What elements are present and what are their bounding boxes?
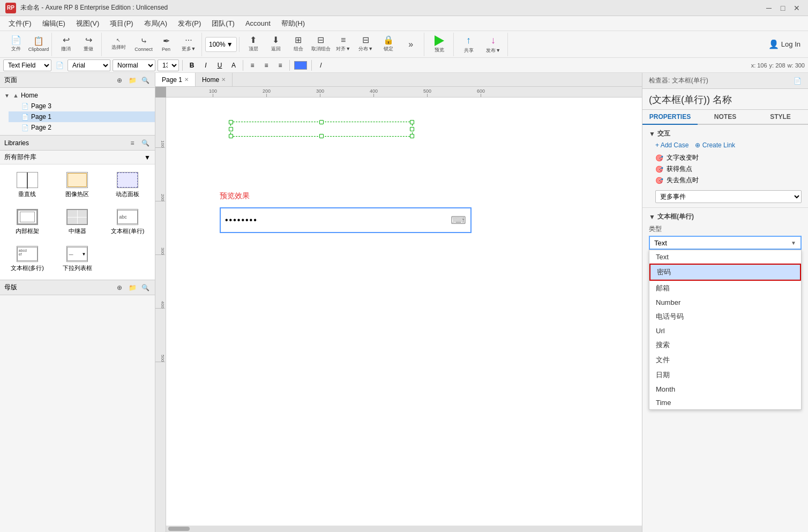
libraries-dropdown[interactable]: 所有部件库 ▼ <box>0 151 155 164</box>
comp-innerframe[interactable]: 内部框架 <box>4 206 50 238</box>
distribute-button[interactable]: ⊟ 分布▼ <box>355 33 377 56</box>
canvas-content[interactable]: 预览效果 •••••••• ⌨ <box>166 98 642 532</box>
dropdown-option-time[interactable]: Time <box>649 396 801 409</box>
tab-notes[interactable]: NOTES <box>698 110 753 124</box>
menu-publish[interactable]: 发布(P) <box>174 17 205 30</box>
pen-button[interactable]: ✒ Pen <box>155 33 177 56</box>
close-tab-page1[interactable]: ✕ <box>184 77 189 83</box>
canvas-tab-home[interactable]: Home ✕ <box>196 73 233 86</box>
font-select[interactable]: Arial <box>68 59 110 71</box>
select-tool-button[interactable]: ↖ 选择时 <box>105 33 132 56</box>
share-button[interactable]: ↑ 共享 <box>457 33 481 56</box>
dropdown-option-phone[interactable]: 电话号码 <box>649 309 801 324</box>
align-right-button[interactable]: ≡ <box>274 59 286 71</box>
canvas-body[interactable]: 100 200 300 400 500 <box>155 87 642 532</box>
comp-dynpanel[interactable]: 动态面板 <box>104 169 151 201</box>
back-button[interactable]: ⬇ 返回 <box>265 33 287 56</box>
menu-project[interactable]: 项目(P) <box>106 17 137 30</box>
handle-tl[interactable] <box>229 120 233 124</box>
clipboard-button[interactable]: 📋 Clipboard <box>28 33 49 56</box>
menu-help[interactable]: 帮助(H) <box>277 17 309 30</box>
comp-vertline[interactable]: 垂直线 <box>4 169 50 201</box>
tree-item-page2[interactable]: 📄 Page 2 <box>9 122 155 133</box>
tab-style[interactable]: STYLE <box>753 110 808 124</box>
tree-item-page3[interactable]: 📄 Page 3 <box>9 101 155 111</box>
top-layer-button[interactable]: ⬆ 顶层 <box>243 33 264 56</box>
comp-hotspot[interactable]: 图像热区 <box>55 169 101 201</box>
handle-bm[interactable] <box>319 134 324 138</box>
type-select-box[interactable]: Text ▼ <box>649 236 802 250</box>
add-page-button[interactable]: ⊕ <box>114 75 125 86</box>
dropdown-option-email[interactable]: 邮箱 <box>649 281 801 296</box>
italic-button[interactable]: I <box>200 59 212 71</box>
close-tab-home[interactable]: ✕ <box>221 77 226 83</box>
dropdown-option-text[interactable]: Text <box>649 250 801 264</box>
menu-file[interactable]: 文件(F) <box>4 17 36 30</box>
undo-button[interactable]: ↩ 撤消 <box>55 33 77 56</box>
ungroup-button[interactable]: ⊟ 取消组合 <box>310 33 332 56</box>
create-link-link[interactable]: ⊕ Create Link <box>695 141 735 149</box>
comp-txtfieldmulti[interactable]: abcdef 文本框(多行) <box>4 243 50 275</box>
comp-relay[interactable]: 中继器 <box>55 206 101 238</box>
login-button[interactable]: 👤 Log In <box>764 37 805 51</box>
handle-mr[interactable] <box>410 127 414 131</box>
handle-bl[interactable] <box>229 134 233 138</box>
menu-layout[interactable]: 布局(A) <box>140 17 171 30</box>
widget-icon-button[interactable]: 📄 <box>54 59 65 71</box>
canvas-widget[interactable] <box>230 122 413 137</box>
menu-account[interactable]: Account <box>241 18 275 29</box>
maximize-button[interactable]: □ <box>777 2 789 14</box>
canvas-scrollbar-h[interactable] <box>166 526 642 532</box>
zoom-select[interactable]: 100% ▼ <box>205 37 237 52</box>
group-button[interactable]: ⊞ 组合 <box>288 33 309 56</box>
tree-item-home[interactable]: ▼ ▲ Home <box>0 90 155 101</box>
size-select[interactable]: 13 <box>158 59 179 71</box>
tab-properties[interactable]: PROPERTIES <box>642 110 698 125</box>
border-style-button[interactable]: / <box>315 59 327 71</box>
libraries-search-button[interactable]: 🔍 <box>140 138 151 148</box>
right-panel-scroll[interactable]: ▼ 交互 + Add Case ⊕ Create Link 🎯 文字改变时 🎯 … <box>642 125 808 532</box>
menu-edit[interactable]: 编辑(E) <box>38 17 70 30</box>
align-center-button[interactable]: ≡ <box>260 59 272 71</box>
add-master-folder-button[interactable]: 📁 <box>127 282 138 293</box>
close-button[interactable]: ✕ <box>791 2 803 14</box>
more-events-select[interactable]: 更多事件 <box>655 190 802 203</box>
align-button[interactable]: ≡ 对齐▼ <box>333 33 354 56</box>
comp-txtfield[interactable]: abc 文本框(单行) <box>104 206 151 238</box>
canvas-tab-page1[interactable]: Page 1 ✕ <box>155 73 196 86</box>
dropdown-option-date[interactable]: 日期 <box>649 368 801 383</box>
search-page-button[interactable]: 🔍 <box>140 75 151 86</box>
preview-input[interactable]: •••••••• ⌨ <box>220 207 472 233</box>
fill-color-button[interactable] <box>294 61 307 70</box>
style-select[interactable]: Normal <box>113 59 155 71</box>
publish-button[interactable]: ↓ 发布▼ <box>482 33 505 56</box>
comp-dropdown[interactable]: — ▼ 下拉列表框 <box>55 243 101 275</box>
widget-type-select[interactable]: Text Field <box>3 59 51 71</box>
underline-button[interactable]: U <box>214 59 226 71</box>
redo-button[interactable]: ↪ 重做 <box>78 33 99 56</box>
tree-item-page1[interactable]: 📄 Page 1 <box>9 111 155 122</box>
dropdown-option-password[interactable]: 密码 <box>649 264 801 281</box>
handle-tr[interactable] <box>410 120 414 124</box>
dropdown-option-number[interactable]: Number <box>649 296 801 309</box>
handle-ml[interactable] <box>229 127 233 131</box>
menu-team[interactable]: 团队(T) <box>207 17 239 30</box>
add-folder-button[interactable]: 📁 <box>127 75 138 86</box>
align-left-button[interactable]: ≡ <box>246 59 258 71</box>
dropdown-option-file[interactable]: 文件 <box>649 353 801 368</box>
add-master-button[interactable]: ⊕ <box>114 282 125 293</box>
search-master-button[interactable]: 🔍 <box>140 282 151 293</box>
handle-tm[interactable] <box>319 120 324 124</box>
handle-br[interactable] <box>410 134 414 138</box>
dropdown-option-url[interactable]: Url <box>649 324 801 338</box>
new-file-button[interactable]: 📄 文件 <box>5 33 27 56</box>
preview-button[interactable]: 预览 <box>428 33 451 56</box>
lock-button[interactable]: 🔒 锁定 <box>378 33 399 56</box>
bold-button[interactable]: B <box>186 59 198 71</box>
scrollbar-thumb-h[interactable] <box>168 527 190 531</box>
font-color-button[interactable]: A <box>228 59 240 71</box>
minimize-button[interactable]: ─ <box>763 2 775 14</box>
libraries-menu-button[interactable]: ≡ <box>127 138 138 148</box>
add-case-link[interactable]: + Add Case <box>655 141 689 149</box>
menu-view[interactable]: 视图(V) <box>72 17 103 30</box>
